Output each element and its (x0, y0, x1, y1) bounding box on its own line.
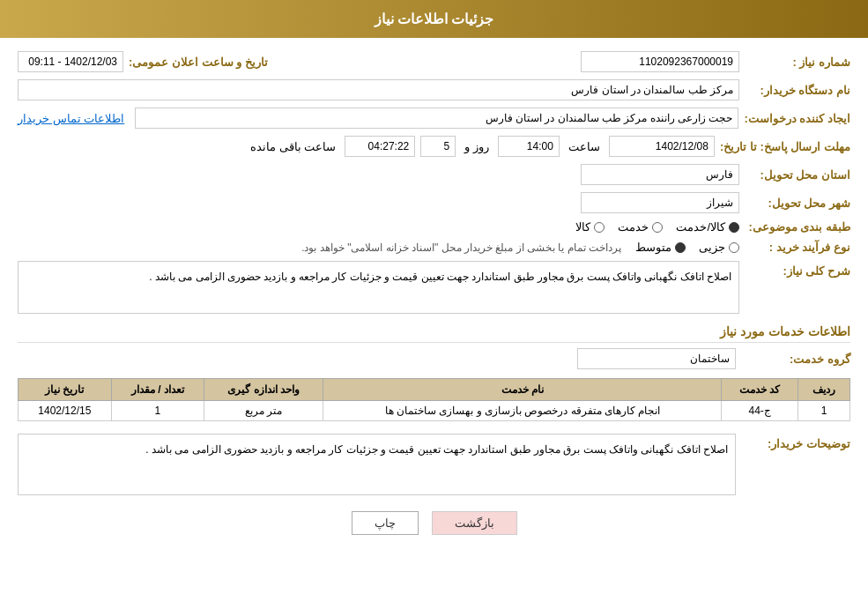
tarikh-label: تاریخ و ساعت اعلان عمومی: (129, 56, 268, 69)
col-vahed: واحد اندازه گیری (204, 379, 323, 401)
radio-kala-icon (594, 222, 605, 233)
saat-baghi-label: ساعت باقی مانده (250, 140, 336, 153)
sharh-label: شرح کلی نیاز: (745, 264, 850, 278)
groh-label: گروه خدمت: (745, 353, 850, 366)
services-table: ردیف کد خدمت نام خدمت واحد اندازه گیری ت… (18, 378, 850, 421)
jozii-label: جزیی (699, 241, 725, 254)
saat-baghi-value: 04:27:22 (345, 136, 415, 157)
bazgasht-button[interactable]: بازگشت (432, 511, 517, 535)
radio-kala-khedmat-icon (729, 222, 739, 233)
toseeh-value: اصلاح اتافک نگهبانی واتافک پست برق مجاور… (18, 434, 736, 495)
nooe-faravand-label: نوع فرآیند خرید : (745, 241, 850, 254)
page-title: جزئیات اطلاعات نیاز (375, 11, 494, 26)
radio-khedmat: خدمت (618, 220, 663, 234)
naame-dastgah-label: نام دستگاه خریدار: (745, 84, 850, 97)
col-name: نام خدمت (323, 379, 722, 401)
radio-khedmat-icon (652, 222, 663, 233)
roz-value: 5 (420, 136, 456, 157)
col-tarikh: تاریخ نیاز (19, 379, 112, 401)
faravand-radio-group: جزیی متوسط (635, 241, 739, 254)
col-kod: کد خدمت (722, 379, 798, 401)
mohlet-label: مهلت ارسال پاسخ: تا تاریخ: (720, 140, 850, 153)
radio-kala-khedmat: کالا/خدمت (676, 220, 739, 234)
toseeh-label: توضیحات خریدار: (745, 437, 850, 450)
roz-label: روز و (464, 140, 489, 153)
services-table-section: ردیف کد خدمت نام خدمت واحد اندازه گیری ت… (18, 378, 850, 421)
shomare-niaz-label: شماره نیاز : (745, 56, 850, 69)
ijad-value: حجت زارعی راننده مرکز طب سالمندان در است… (135, 108, 738, 129)
etelaat-khadamat-title: اطلاعات خدمات مورد نیاز (18, 324, 850, 343)
khedmat-label: خدمت (618, 220, 649, 234)
radio-motavasset: متوسط (635, 241, 686, 254)
naame-dastgah-value: مرکز طب سالمندان در استان فارس (18, 79, 739, 100)
table-row: 1ج-44انجام کارهای متفرقه درخصوص بازسازی … (19, 401, 850, 421)
ijad-label: ایجاد کننده درخواست: (744, 112, 850, 125)
radio-jozii-icon (729, 242, 739, 253)
groh-value: ساختمان (577, 348, 736, 369)
chap-button[interactable]: چاپ (352, 511, 419, 535)
faravand-desc: پرداخت تمام یا بخشی از مبلغ خریدار محل "… (301, 241, 621, 254)
time-label: ساعت (568, 140, 600, 153)
ostan-value: فارس (581, 164, 739, 185)
tabegheh-radio-group: کالا/خدمت خدمت کالا (575, 220, 739, 234)
date-value: 1402/12/08 (609, 136, 715, 157)
radio-jozii: جزیی (699, 241, 739, 254)
shomare-niaz-value: 1102092367000019 (581, 51, 739, 72)
kala-khedmat-label: کالا/خدمت (676, 220, 725, 234)
shahr-value: شیراز (581, 192, 739, 213)
col-radif: ردیف (798, 379, 850, 401)
motavasset-label: متوسط (635, 241, 671, 254)
tabegheh-label: طبقه بندی موضوعی: (745, 220, 850, 234)
kala-label: کالا (575, 220, 590, 234)
radio-motavasset-icon (675, 242, 686, 253)
action-buttons: بازگشت چاپ (18, 511, 850, 535)
radio-kala: کالا (575, 220, 605, 234)
col-tedad: تعداد / مقدار (111, 379, 204, 401)
shahr-label: شهر محل تحویل: (745, 197, 850, 210)
tarikh-value: 1402/12/03 - 09:11 (18, 51, 123, 72)
ostan-label: استان محل تحویل: (745, 168, 850, 182)
sharh-value: اصلاح اتافک نگهبانی واتافک پست برق مجاور… (18, 261, 739, 314)
page-header: جزئیات اطلاعات نیاز (0, 0, 868, 38)
ettelaat-tamas-link[interactable]: اطلاعات تماس خریدار (18, 112, 124, 125)
time-value: 14:00 (498, 136, 560, 157)
